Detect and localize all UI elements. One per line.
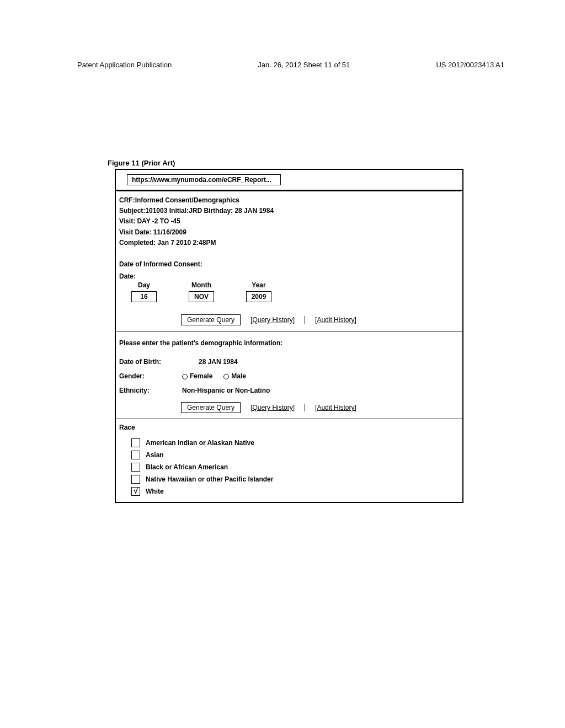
ethnicity-value: Non-Hispanic or Non-Latino bbox=[182, 387, 270, 394]
subject-line: Subject:101003 Initial:JRD Birthday: 28 … bbox=[119, 206, 459, 216]
page-header: Patent Application Publication Jan. 26, … bbox=[77, 61, 504, 69]
dob-label: Date of Birth: bbox=[119, 358, 182, 366]
race-section: Race American Indian or Alaskan Native A… bbox=[116, 419, 462, 502]
audit-history-link[interactable]: [Audit History] bbox=[315, 316, 356, 324]
demographics-actions: Generate Query [Query History] [Audit Hi… bbox=[178, 399, 462, 419]
crf-title: CRF:Informed Consent/Demographics bbox=[119, 195, 459, 206]
year-header: Year bbox=[239, 281, 278, 289]
race-label-3: Native Hawaiian or other Pacific Islande… bbox=[146, 475, 273, 483]
date-label: Date: bbox=[119, 272, 459, 280]
race-header: Race bbox=[119, 424, 459, 431]
generate-query-button-2[interactable]: Generate Query bbox=[181, 402, 241, 413]
day-input[interactable]: 16 bbox=[131, 291, 157, 302]
divider-icon bbox=[305, 316, 305, 324]
male-radio[interactable]: Male bbox=[223, 372, 246, 380]
month-header: Month bbox=[182, 281, 221, 289]
checkbox-icon bbox=[131, 463, 140, 472]
race-label-4: White bbox=[146, 488, 164, 495]
demographics-section: Please enter the patient's demographic i… bbox=[116, 331, 462, 399]
checkbox-icon bbox=[131, 475, 140, 484]
url-field[interactable]: https://www.mynumoda.com/eCRF_Report... bbox=[127, 174, 281, 185]
address-bar: https://www.mynumoda.com/eCRF_Report... bbox=[116, 170, 462, 191]
consent-section: Date of Informed Consent: bbox=[116, 249, 462, 270]
audit-history-link-2[interactable]: [Audit History] bbox=[315, 404, 356, 411]
race-option-4[interactable]: √ White bbox=[119, 485, 459, 497]
female-radio[interactable]: Female bbox=[182, 372, 212, 380]
pub-label: Patent Application Publication bbox=[77, 61, 172, 69]
year-input[interactable]: 2009 bbox=[246, 291, 271, 302]
checkbox-icon: √ bbox=[131, 487, 140, 496]
gender-label: Gender: bbox=[119, 372, 182, 380]
query-history-link[interactable]: [Query History] bbox=[250, 316, 295, 324]
completed-line: Completed: Jan 7 2010 2:48PM bbox=[119, 238, 459, 248]
ethnicity-label: Ethnicity: bbox=[119, 387, 182, 394]
form-window: https://www.mynumoda.com/eCRF_Report... … bbox=[115, 169, 463, 503]
checkbox-icon bbox=[131, 451, 140, 459]
race-option-3[interactable]: Native Hawaiian or other Pacific Islande… bbox=[119, 473, 459, 485]
month-input[interactable]: NOV bbox=[189, 291, 214, 302]
consent-actions: Generate Query [Query History] [Audit Hi… bbox=[178, 304, 462, 331]
race-option-0[interactable]: American Indian or Alaskan Native bbox=[119, 437, 459, 449]
query-history-link-2[interactable]: [Query History] bbox=[250, 404, 295, 411]
consent-date-group: Date: Day 16 Month NOV Year 2009 bbox=[116, 270, 462, 304]
demographics-prompt: Please enter the patient's demographic i… bbox=[119, 339, 459, 347]
subject-meta: CRF:Informed Consent/Demographics Subjec… bbox=[116, 191, 462, 249]
dob-value: 28 JAN 1984 bbox=[199, 358, 238, 366]
pub-number: US 2012/0023413 A1 bbox=[436, 61, 504, 69]
race-label-0: American Indian or Alaskan Native bbox=[146, 439, 254, 447]
race-label-2: Black or African American bbox=[146, 463, 228, 471]
date-sheet: Jan. 26, 2012 Sheet 11 of 51 bbox=[258, 61, 350, 69]
race-label-1: Asian bbox=[146, 451, 164, 459]
consent-label: Date of Informed Consent: bbox=[119, 260, 459, 268]
visit-line: Visit: DAY -2 TO -45 bbox=[119, 216, 459, 227]
divider-icon bbox=[305, 404, 305, 411]
generate-query-button[interactable]: Generate Query bbox=[181, 314, 241, 325]
race-option-2[interactable]: Black or African American bbox=[119, 461, 459, 473]
day-header: Day bbox=[125, 281, 163, 289]
visit-date-line: Visit Date: 11/16/2009 bbox=[119, 227, 459, 238]
checkbox-icon bbox=[131, 438, 140, 447]
race-option-1[interactable]: Asian bbox=[119, 449, 459, 461]
figure-caption: Figure 11 (Prior Art) bbox=[108, 159, 175, 167]
